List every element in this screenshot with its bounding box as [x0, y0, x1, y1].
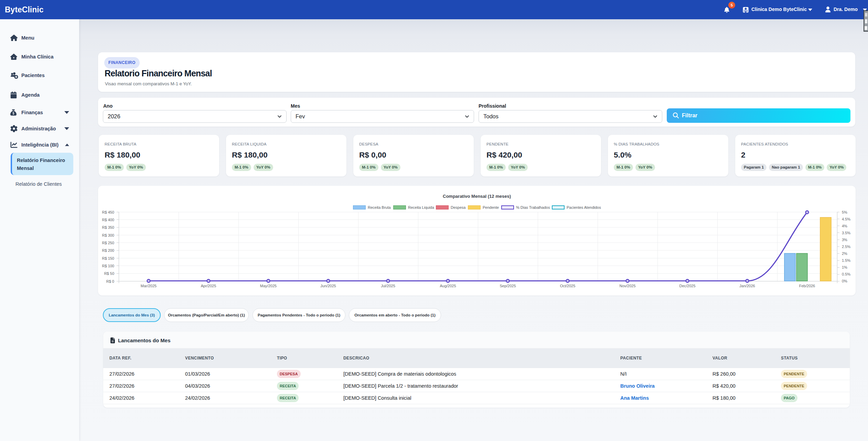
svg-text:2%: 2%	[842, 251, 847, 256]
svg-text:5%: 5%	[842, 210, 847, 214]
svg-text:3%: 3%	[842, 238, 847, 242]
svg-text:R$ 50: R$ 50	[104, 271, 114, 276]
svg-text:May/2025: May/2025	[260, 284, 277, 288]
svg-text:Oct/2025: Oct/2025	[560, 284, 576, 288]
svg-text:0%: 0%	[842, 279, 847, 283]
svg-text:2.5%: 2.5%	[842, 245, 850, 249]
svg-text:Jan/2026: Jan/2026	[739, 284, 755, 288]
svg-text:1%: 1%	[842, 265, 847, 269]
svg-text:R$ 100: R$ 100	[102, 264, 114, 268]
svg-text:Jul/2025: Jul/2025	[381, 284, 395, 288]
svg-text:R$ 250: R$ 250	[102, 241, 114, 245]
svg-text:R$ 0: R$ 0	[106, 279, 114, 283]
svg-text:Feb/2026: Feb/2026	[799, 284, 815, 288]
svg-text:Apr/2025: Apr/2025	[201, 284, 216, 288]
svg-text:Jun/2025: Jun/2025	[320, 284, 336, 288]
svg-text:R$ 200: R$ 200	[102, 248, 114, 252]
svg-text:4.5%: 4.5%	[842, 217, 850, 221]
svg-text:Mar/2025: Mar/2025	[141, 284, 157, 288]
svg-text:4%: 4%	[842, 224, 847, 228]
svg-text:3.5%: 3.5%	[842, 231, 850, 235]
svg-text:R$ 300: R$ 300	[102, 233, 114, 237]
svg-text:R$ 400: R$ 400	[102, 218, 114, 222]
svg-text:0.5%: 0.5%	[842, 272, 850, 276]
svg-text:Sep/2025: Sep/2025	[500, 284, 516, 288]
svg-text:R$ 450: R$ 450	[102, 210, 114, 214]
svg-text:Dec/2025: Dec/2025	[679, 284, 695, 288]
svg-text:Aug/2025: Aug/2025	[440, 284, 456, 288]
svg-text:Nov/2025: Nov/2025	[619, 284, 635, 288]
svg-text:R$ 350: R$ 350	[102, 225, 114, 229]
svg-text:R$ 150: R$ 150	[102, 256, 114, 260]
svg-text:1.5%: 1.5%	[842, 258, 850, 262]
